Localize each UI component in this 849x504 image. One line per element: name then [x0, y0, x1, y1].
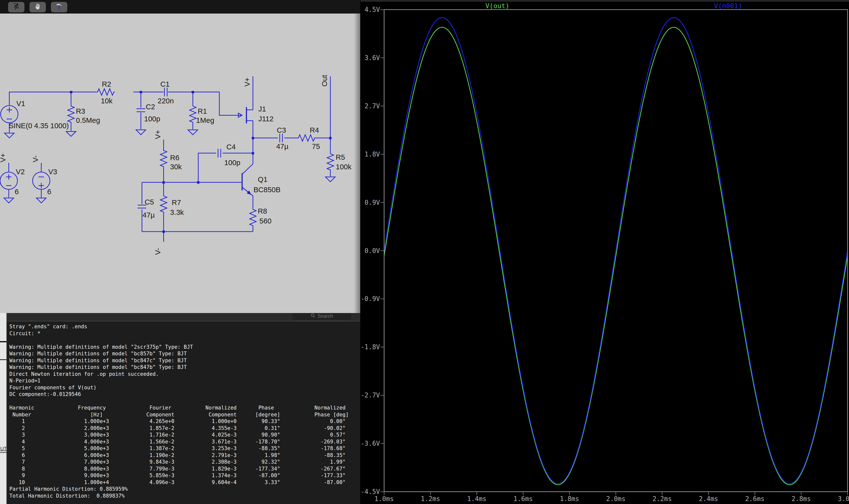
component-R6[interactable]: R6 30k — [160, 149, 182, 171]
sliver-rule — [0, 452, 6, 453]
y-tick-label: -1.8V — [361, 343, 380, 351]
y-tick-label: 1.8V — [365, 150, 380, 158]
value-C1: 220n — [158, 97, 174, 105]
x-tick-label: 1.8ms — [560, 495, 579, 503]
log-line: 9 9.000e+3 5.859e-3 1.374e-3 -87.00° -17… — [10, 472, 360, 479]
ref-R4: R4 — [310, 126, 319, 134]
pan-hand-button[interactable] — [30, 2, 46, 12]
log-output[interactable]: Stray ".ends" card: .endsCircuit: * Warn… — [7, 321, 360, 504]
value-R5: 100k — [336, 163, 352, 171]
value-C3: 47µ — [276, 142, 288, 150]
y-tick-label: 0.9V — [365, 199, 380, 206]
flag-vplus-v2: V+ — [0, 153, 7, 162]
log-lines: Stray ".ends" card: .endsCircuit: * Warn… — [10, 323, 360, 499]
log-line: 6 6.000e+3 1.190e-2 2.791e-3 1.98° -88.3… — [10, 452, 360, 459]
ref-C3: C3 — [277, 126, 286, 134]
ref-C4: C4 — [226, 143, 236, 151]
ref-R8: R8 — [258, 207, 267, 215]
spice-log-window: Search Stray ".ends" card: .endsCircuit:… — [0, 313, 360, 504]
background-window-sliver: UT — [0, 313, 7, 504]
log-line: Warning: Multiple definitions of model "… — [10, 364, 360, 371]
component-R8[interactable]: R8 560 — [250, 207, 271, 227]
component-R1[interactable]: R1 1Meg — [190, 105, 214, 125]
ref-C1: C1 — [160, 80, 170, 88]
log-line: Circuit: * — [10, 330, 360, 337]
run-simulation-button[interactable] — [8, 2, 24, 12]
legend-v-n001: V(n001) — [714, 2, 742, 10]
value-R6: 30k — [170, 163, 182, 171]
component-R5[interactable]: R5 100k — [327, 152, 351, 171]
log-line: Total Harmonic Distortion: 0.889837% — [10, 493, 360, 500]
value-C2: 100p — [144, 115, 160, 123]
flag-vplus-j1: V+ — [243, 77, 251, 87]
ref-R5: R5 — [336, 153, 345, 161]
ref-R2: R2 — [102, 80, 111, 88]
log-line: Partial Harmonic Distortion: 0.885959% — [10, 486, 360, 493]
log-line: Harmonic Frequency Fourier Normalized Ph… — [10, 404, 360, 412]
value-J1: J112 — [258, 115, 273, 123]
value-V2: 6 — [15, 187, 19, 196]
component-V3[interactable]: V3 6 — [33, 167, 57, 196]
component-J1[interactable]: J1 J112 — [238, 105, 273, 123]
ref-Q1: Q1 — [258, 175, 267, 183]
component-R7[interactable]: R7 3.3k — [160, 195, 184, 216]
ref-V3: V3 — [48, 167, 57, 176]
waveform-plot-panel: V(out) V(n001) 4.5V3.6V2.7V1.8V0.9V0.0V-… — [361, 0, 849, 504]
plot-canvas[interactable]: V(out) V(n001) 4.5V3.6V2.7V1.8V0.9V0.0V-… — [361, 0, 849, 504]
ltspice-app-window: V1 SINE(0 4.35 1000) R2 10k R3 0.5Meg C1… — [0, 0, 849, 504]
component-C5[interactable]: C5 47µ — [138, 198, 155, 219]
value-R2: 10k — [101, 97, 112, 105]
tools-hammer-button[interactable] — [51, 2, 67, 12]
x-tick-label: 2.2ms — [653, 495, 672, 503]
ref-J1: J1 — [258, 105, 266, 113]
component-V1[interactable]: V1 SINE(0 4.35 1000) — [1, 100, 69, 130]
search-icon — [311, 313, 315, 319]
value-R1: 1Meg — [196, 116, 214, 124]
value-V3: 6 — [47, 187, 51, 196]
component-R3[interactable]: R3 0.5Meg — [68, 105, 100, 125]
sliver-rule — [0, 359, 6, 360]
value-R7: 3.3k — [170, 208, 184, 216]
component-C1[interactable]: C1 220n — [158, 80, 174, 105]
flag-vminus-rail: V- — [154, 248, 162, 255]
search-input[interactable]: Search — [292, 313, 352, 320]
run-man-icon — [12, 2, 20, 12]
log-titlebar: Search — [0, 313, 360, 321]
component-C4[interactable]: C4 100p — [218, 143, 240, 167]
log-line: Direct Newton iteration for .op point su… — [10, 371, 360, 378]
x-tick-label: 1.0ms — [374, 495, 394, 503]
log-line: 3 3.000e+3 1.716e-2 4.025e-3 90.90° 0.57… — [10, 432, 360, 438]
x-tick-label: 1.2ms — [421, 495, 440, 503]
log-line: Fourier components of V(out) — [10, 384, 360, 391]
y-tick-label: -4.5V — [361, 488, 380, 496]
flag-out: Out — [320, 75, 329, 86]
ref-R1: R1 — [198, 107, 207, 115]
log-line: DC component:-0.0129546 — [10, 391, 360, 398]
component-C2[interactable]: C2 100p — [137, 103, 160, 123]
x-tick-label: 3.0ms — [838, 495, 849, 503]
search-placeholder: Search — [317, 313, 333, 319]
x-tick-label: 2.0ms — [606, 495, 625, 503]
x-tick-label: 2.4ms — [699, 495, 718, 503]
sliver-rule — [0, 341, 6, 342]
legend-v-out: V(out) — [485, 2, 510, 10]
window-edge-shadow — [354, 14, 360, 313]
ref-R3: R3 — [76, 107, 85, 115]
component-V2[interactable]: V2 6 — [0, 167, 24, 196]
component-R2[interactable]: R2 10k — [96, 80, 115, 105]
value-R4: 75 — [312, 142, 320, 150]
ref-C2: C2 — [146, 103, 155, 111]
y-tick-label: -3.6V — [361, 440, 380, 447]
schematic-canvas[interactable]: V1 SINE(0 4.35 1000) R2 10k R3 0.5Meg C1… — [0, 14, 360, 313]
ref-C5: C5 — [144, 198, 154, 206]
x-tick-label: 2.6ms — [745, 495, 764, 503]
value-C4: 100p — [224, 159, 241, 167]
log-line: Warning: Multiple definitions of model "… — [10, 344, 360, 351]
y-tick-label: 3.6V — [365, 54, 380, 61]
hand-icon — [34, 2, 42, 12]
ref-V2: V2 — [16, 167, 24, 176]
log-line: 7 7.000e+3 9.843e-3 2.308e-3 92.32° 1.99… — [10, 459, 360, 466]
component-Q1[interactable]: Q1 BC850B — [242, 173, 281, 196]
background-link-fragment[interactable]: UT — [0, 446, 7, 452]
value-R3: 0.5Meg — [76, 116, 100, 124]
